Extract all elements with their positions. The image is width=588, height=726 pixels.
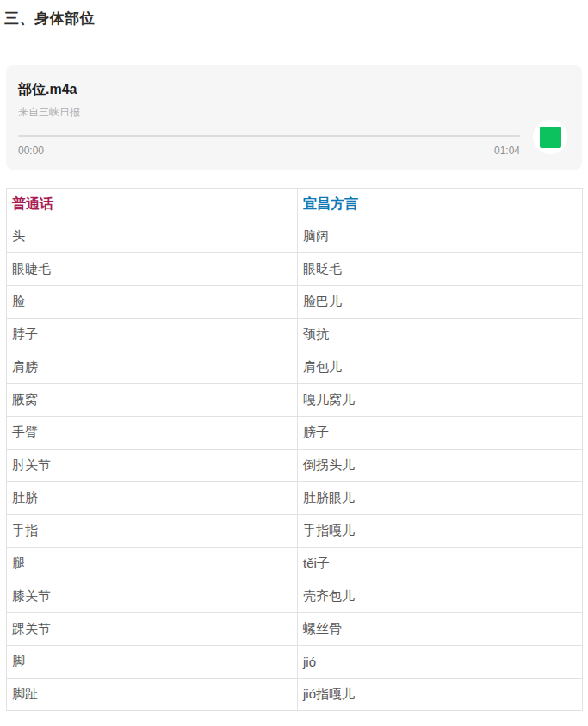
cell-dialect: 手指嘎儿 [298,515,583,548]
cell-mandarin: 膝关节 [7,580,298,613]
section-heading: 三、身体部位 [4,9,95,28]
cell-dialect: 颈抗 [298,319,583,351]
cell-mandarin: 手臂 [7,417,298,450]
cell-dialect: 膀子 [298,417,583,450]
table-row: 肩膀肩包儿 [7,351,583,384]
cell-mandarin: 肩膀 [7,351,298,384]
cell-mandarin: 眼睫毛 [7,253,298,286]
cell-dialect: jió [298,646,583,679]
cell-mandarin: 脚 [7,646,298,679]
cell-mandarin: 脖子 [7,319,298,351]
table-row: 手臂膀子 [7,417,583,450]
cell-dialect: těi子 [298,548,583,580]
cell-mandarin: 腿 [7,548,298,580]
cell-dialect: 肚脐眼儿 [298,482,583,515]
audio-play-button[interactable] [533,120,567,154]
cell-dialect: jió指嘎儿 [298,679,583,711]
cell-dialect: 脸巴儿 [298,286,583,319]
audio-file-title: 部位.m4a [18,81,77,99]
table-row: 踝关节螺丝骨 [7,613,583,646]
cell-dialect: 螺丝骨 [298,613,583,646]
column-header-mandarin: 普通话 [7,189,298,220]
table-row: 肚脐肚脐眼儿 [7,482,583,515]
audio-current-time: 00:00 [18,145,44,157]
cell-mandarin: 肘关节 [7,450,298,482]
article-page: 三、身体部位 部位.m4a 来自三峡日报 00:00 01:04 普通话 宜昌方… [0,0,588,726]
table-row: 眼睫毛眼眨毛 [7,253,583,286]
table-header-row: 普通话 宜昌方言 [7,189,583,220]
cell-dialect: 嘎几窝儿 [298,384,583,417]
cell-mandarin: 手指 [7,515,298,548]
table-row: 腿těi子 [7,548,583,580]
table-row: 脚趾jió指嘎儿 [7,679,583,711]
cell-dialect: 壳齐包儿 [298,580,583,613]
table-row: 脖子颈抗 [7,319,583,351]
cell-mandarin: 脚趾 [7,679,298,711]
stop-square-icon [540,127,561,148]
cell-mandarin: 踝关节 [7,613,298,646]
table-row: 膝关节壳齐包儿 [7,580,583,613]
audio-source-label: 来自三峡日报 [18,105,80,120]
table-row: 脚jió [7,646,583,679]
table-row: 肘关节倒拐头儿 [7,450,583,482]
audio-player-card: 部位.m4a 来自三峡日报 00:00 01:04 [6,65,582,170]
table-row: 手指手指嘎儿 [7,515,583,548]
cell-mandarin: 腋窝 [7,384,298,417]
dialect-table: 普通话 宜昌方言 头脑阔眼睫毛眼眨毛脸脸巴儿脖子颈抗肩膀肩包儿腋窝嘎几窝儿手臂膀… [6,188,583,711]
column-header-dialect: 宜昌方言 [298,189,583,220]
table-row: 头脑阔 [7,220,583,253]
cell-dialect: 脑阔 [298,220,583,253]
audio-progress-bar[interactable] [18,135,520,137]
cell-dialect: 倒拐头儿 [298,450,583,482]
cell-dialect: 肩包儿 [298,351,583,384]
cell-mandarin: 头 [7,220,298,253]
table-row: 腋窝嘎几窝儿 [7,384,583,417]
cell-mandarin: 脸 [7,286,298,319]
audio-time-row: 00:00 01:04 [18,145,520,157]
table-row: 脸脸巴儿 [7,286,583,319]
cell-mandarin: 肚脐 [7,482,298,515]
audio-duration: 01:04 [494,145,520,157]
cell-dialect: 眼眨毛 [298,253,583,286]
